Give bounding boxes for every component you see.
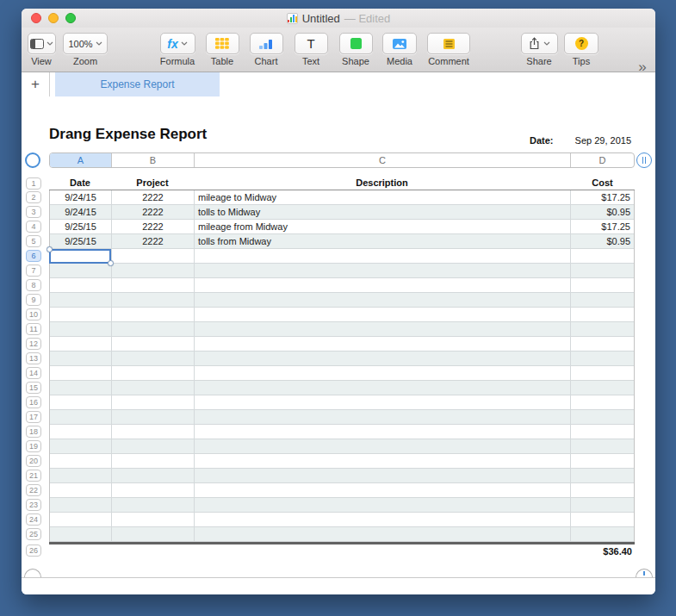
cell[interactable]: $17.25: [571, 220, 634, 233]
cell[interactable]: [571, 381, 634, 395]
cell[interactable]: [571, 425, 634, 439]
row-header-21[interactable]: 21: [26, 470, 41, 482]
column-header-d[interactable]: D: [571, 153, 634, 167]
table-row-21[interactable]: [50, 469, 634, 483]
table-row-24[interactable]: [50, 513, 634, 527]
table-row-11[interactable]: [50, 322, 634, 337]
cell[interactable]: [112, 381, 195, 395]
selection-handle-bottom-right[interactable]: [108, 260, 114, 266]
cell[interactable]: [195, 322, 571, 336]
cell[interactable]: 2222: [112, 205, 195, 219]
cell[interactable]: 9/25/15: [50, 234, 112, 248]
cell[interactable]: [112, 293, 195, 307]
cell[interactable]: [571, 322, 634, 336]
row-header-1[interactable]: 1: [26, 177, 41, 190]
date-label[interactable]: Date:: [530, 135, 554, 146]
row-header-18[interactable]: 18: [26, 426, 41, 438]
cell[interactable]: [571, 469, 634, 482]
table-row-9[interactable]: [50, 293, 634, 308]
chart-button[interactable]: Chart: [246, 28, 286, 72]
minimize-button[interactable]: [48, 13, 59, 23]
cell[interactable]: [112, 483, 195, 497]
cell[interactable]: 9/24/15: [50, 190, 112, 204]
zoom-button[interactable]: [65, 13, 76, 23]
cell[interactable]: [195, 249, 571, 263]
cell[interactable]: $0.95: [571, 234, 634, 248]
cell[interactable]: [195, 425, 571, 439]
cell[interactable]: [112, 278, 195, 292]
selection-handle-top-left[interactable]: [47, 246, 53, 252]
cell[interactable]: [112, 425, 195, 439]
row-header-2[interactable]: 2: [26, 191, 41, 203]
cell[interactable]: [195, 483, 571, 497]
cell[interactable]: $0.95: [571, 205, 634, 219]
table-title[interactable]: Drang Expense Report: [49, 126, 207, 143]
cell[interactable]: [50, 308, 112, 321]
row-header-6[interactable]: 6: [26, 250, 41, 262]
add-sheet-button[interactable]: +: [22, 72, 50, 96]
cell[interactable]: [112, 513, 195, 526]
row-header-11[interactable]: 11: [26, 323, 41, 335]
cell[interactable]: [50, 410, 112, 424]
table-row-7[interactable]: [50, 264, 634, 278]
cell[interactable]: [195, 498, 571, 512]
cell[interactable]: [571, 366, 634, 380]
cell[interactable]: [112, 249, 195, 263]
row-header-12[interactable]: 12: [26, 338, 41, 350]
cell[interactable]: [195, 454, 571, 468]
column-header-c[interactable]: C: [195, 153, 571, 167]
cell[interactable]: [112, 410, 195, 424]
header-cell-date[interactable]: Date: [49, 177, 111, 190]
cell[interactable]: [571, 278, 634, 292]
cell[interactable]: [112, 308, 195, 321]
cell[interactable]: [112, 264, 195, 277]
cell[interactable]: [571, 308, 634, 321]
formula-button[interactable]: fx Formula: [152, 28, 202, 72]
row-header-4[interactable]: 4: [26, 221, 41, 233]
cell[interactable]: [195, 352, 571, 365]
header-cell-description[interactable]: Description: [194, 177, 570, 190]
cell[interactable]: [112, 337, 195, 351]
cell[interactable]: [50, 527, 112, 541]
table-row-23[interactable]: [50, 498, 634, 513]
cell[interactable]: [50, 352, 112, 365]
column-header-a[interactable]: A: [50, 153, 112, 167]
text-button[interactable]: T Text: [291, 28, 331, 72]
cell[interactable]: [195, 513, 571, 526]
cell[interactable]: [195, 469, 571, 482]
cell[interactable]: [195, 308, 571, 321]
cell[interactable]: [50, 498, 112, 512]
window-titlebar[interactable]: Untitled — Edited: [22, 9, 655, 28]
cell[interactable]: [195, 395, 571, 409]
cell[interactable]: 2222: [112, 220, 195, 233]
cell[interactable]: [50, 513, 112, 526]
cell[interactable]: [112, 439, 195, 453]
row-header-9[interactable]: 9: [26, 294, 41, 306]
cell[interactable]: [112, 527, 195, 541]
table-row-14[interactable]: [50, 366, 634, 381]
comment-button[interactable]: Comment: [422, 28, 475, 72]
cell[interactable]: [112, 395, 195, 409]
row-header-24[interactable]: 24: [26, 513, 41, 526]
cell[interactable]: [50, 469, 112, 482]
cell[interactable]: [571, 293, 634, 307]
cell[interactable]: mileage from Midway: [195, 220, 571, 233]
cell[interactable]: [571, 527, 634, 541]
table-resize-handle-icon[interactable]: [636, 569, 653, 577]
cell[interactable]: [195, 410, 571, 424]
cell[interactable]: [50, 483, 112, 497]
row-header-15[interactable]: 15: [26, 382, 41, 394]
cell[interactable]: [571, 395, 634, 409]
tips-button[interactable]: ? Tips: [561, 28, 602, 72]
cell[interactable]: 9/24/15: [50, 205, 112, 219]
cell[interactable]: [195, 337, 571, 351]
cell[interactable]: [571, 513, 634, 526]
cell[interactable]: [195, 439, 571, 453]
cell[interactable]: [50, 366, 112, 380]
cell[interactable]: [571, 264, 634, 277]
cell[interactable]: [571, 498, 634, 512]
cell[interactable]: 2222: [112, 190, 195, 204]
row-header-20[interactable]: 20: [26, 455, 41, 467]
table-row-10[interactable]: [50, 308, 634, 322]
table-row-8[interactable]: [50, 278, 634, 293]
